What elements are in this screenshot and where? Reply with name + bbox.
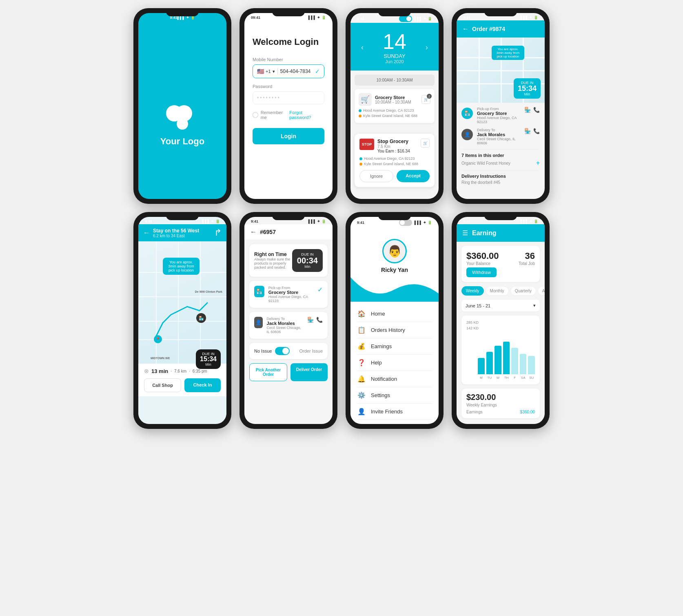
dot-cyan <box>359 109 361 112</box>
notch-order2 <box>272 212 305 220</box>
notch-login <box>272 8 305 16</box>
stop-logo: STOP <box>359 139 374 150</box>
stop-cart-badge: 🛒 <box>421 139 430 148</box>
instructions-text: Ring the doorbell #45 <box>461 180 540 185</box>
profile-top: 👨 Ricky Yan <box>350 227 439 281</box>
earn-body: $360.00 Your Balance Withdraw 36 Total J… <box>457 242 545 422</box>
store-action2-icon[interactable]: 🏪 <box>524 128 531 134</box>
call2-icon[interactable]: 📞 <box>533 128 540 134</box>
hamburger-icon[interactable]: ☰ <box>462 229 468 237</box>
notification-label: Notification <box>371 376 397 382</box>
toggle-online[interactable] <box>399 15 412 22</box>
invite-label: Invite Friends <box>371 408 403 415</box>
remember-left[interactable]: Remember me <box>253 110 289 120</box>
y-label-mid: 142 KD <box>466 326 479 330</box>
delivery-call-icon[interactable]: 📞 <box>316 317 323 323</box>
nav-dest-pin: 🏪 <box>196 313 206 323</box>
status-time-nav: 9:41 <box>145 219 152 223</box>
profile-toggle[interactable] <box>399 219 412 226</box>
map-label-dewitt: De Witt Clinton Park <box>195 290 222 293</box>
nav-location-pin: 📍 <box>154 335 162 343</box>
earn-tabs: Weekly Monthly Quarterly Annual <box>461 286 540 296</box>
remember-radio[interactable] <box>253 112 258 118</box>
nav-footer-buttons: Call Shop Check In <box>144 378 221 392</box>
chart-bar-tu <box>486 352 493 374</box>
tab-annual[interactable]: Annual <box>538 286 545 296</box>
pickup-addr: Hood Avenue Diego, CA 92123 <box>477 116 520 124</box>
pickup-icon: 🏪 <box>461 108 473 119</box>
call-icon[interactable]: 📞 <box>533 107 540 113</box>
earnings-icon: 💰 <box>357 342 366 350</box>
phone-order-detail: 9:41 ▌▌▌ ✦ 🔋 ← Order #9874 You are aprox… <box>452 8 550 204</box>
tab-quarterly[interactable]: Quarterly <box>510 286 536 296</box>
no-issue-toggle[interactable] <box>275 347 290 355</box>
delivery-addr: Cecil Street Chicago, IL 60606 <box>477 137 520 145</box>
pickup-label: Pick-up From <box>477 107 520 111</box>
phone-input[interactable]: 504-404-7834 <box>280 68 315 74</box>
y-label-top: 285 KD <box>466 320 479 325</box>
pickup-name2: Grocery Store <box>268 290 313 295</box>
delivery-icon: 👤 <box>461 129 473 140</box>
menu-item-home[interactable]: 🏠 Home <box>357 306 432 322</box>
menu-item-notifications[interactable]: 🔔 Notification <box>357 371 432 387</box>
delivery-addr2: Cecil Street Chicago, IL 60606 <box>267 326 303 334</box>
profile-menu: 🏠 Home 📋 Orders History 💰 Earnings ❓ Hel… <box>350 302 439 424</box>
phone-navigation: 9:41 ▌▌▌ ✦ 🔋 ← Stay on the 56 West 6.2 k… <box>133 212 231 429</box>
help-icon: ❓ <box>357 359 366 367</box>
cal-day: SUNDAY <box>383 53 406 59</box>
pickup-icon2: 🏪 <box>254 286 264 297</box>
menu-item-help[interactable]: ❓ Help <box>357 355 432 371</box>
forgot-password-link[interactable]: Forgot password? <box>289 110 324 120</box>
order-time: 10:00AM - 10:30AM <box>375 100 411 104</box>
pickup-label2: Pick-up From <box>268 286 313 290</box>
nav-bottom: DUE IN 15:34 Min ⊗ 13 min · 7.6 km · 6:3… <box>138 364 226 396</box>
chevron-down-icon: ▾ <box>533 303 536 308</box>
mobile-input-row[interactable]: 🇺🇸 +1 ▾ 504-404-7834 ✓ <box>253 64 324 78</box>
delivery-store-icon[interactable]: 🏪 <box>307 317 314 323</box>
delivery-card2: 👤 Delivery To Jack Morales Cecil Street … <box>249 312 328 339</box>
chart-bar-su <box>528 356 535 374</box>
earn-amount: $360.00 <box>466 251 499 261</box>
menu-item-invite[interactable]: 👤 Invite Friends <box>357 404 432 420</box>
tab-weekly[interactable]: Weekly <box>461 286 484 296</box>
login-button[interactable]: Login <box>253 128 324 144</box>
menu-item-earnings[interactable]: 💰 Earnings <box>357 338 432 355</box>
call-shop-button[interactable]: Call Shop <box>144 378 181 392</box>
tab-monthly[interactable]: Monthly <box>486 286 509 296</box>
status-time-order2: 9:41 <box>251 219 258 223</box>
status-icons-login: ▌▌▌ ✦ 🔋 <box>308 15 326 20</box>
password-input[interactable]: •••••••• <box>253 91 324 104</box>
store-icon: 🛒 <box>359 93 372 106</box>
remember-label: Remember me <box>261 110 290 120</box>
stop-name: Stop Grocery <box>377 139 410 144</box>
cal-prev[interactable]: ‹ <box>361 43 364 52</box>
menu-item-settings[interactable]: ⚙️ Settings <box>357 387 432 404</box>
eta-time: 13 min <box>151 368 168 374</box>
order2-back-icon[interactable]: ← <box>250 228 257 236</box>
mobile-label: Mobile Number <box>253 57 324 62</box>
menu-item-orders[interactable]: 📋 Orders History <box>357 322 432 338</box>
pick-another-button[interactable]: Pick Another Order <box>249 363 287 381</box>
withdraw-button[interactable]: Withdraw <box>466 267 497 277</box>
cal-next[interactable]: › <box>426 43 428 52</box>
add-item-icon[interactable]: + <box>536 159 540 167</box>
ignore-button[interactable]: Ignore <box>359 170 393 182</box>
stop-addr2: Kyle Street Grand Island, NE 688 <box>359 162 430 166</box>
flag-select[interactable]: 🇺🇸 +1 ▾ <box>257 68 278 75</box>
order-map: You are aprox. 3min away from pick up lo… <box>457 38 545 103</box>
phone-earnings: 9:41 ▌▌▌ ✦ 🔋 ☰ Earning $360.00 Your Bala… <box>452 212 550 429</box>
status-time-profile: 9:41 <box>357 221 364 225</box>
delivery-icon2: 👤 <box>254 317 263 328</box>
nav-back-icon[interactable]: ← <box>143 229 150 236</box>
earn-total-jobs: 36 <box>519 251 535 261</box>
check-in-button[interactable]: Check In <box>184 378 221 392</box>
deliver-order-button[interactable]: Deliver Order <box>290 363 328 381</box>
earn-period[interactable]: June 15 - 21 ▾ <box>461 300 540 311</box>
back-icon[interactable]: ← <box>462 25 469 33</box>
order-title: Order #9874 <box>472 26 505 32</box>
delivery-name2: Jack Morales <box>267 321 303 326</box>
delivery-label: Delivery To <box>477 128 520 132</box>
store-action-icon[interactable]: 🏪 <box>524 107 531 113</box>
accept-button[interactable]: Accept <box>397 170 430 182</box>
chart-bar-sa <box>520 354 527 374</box>
